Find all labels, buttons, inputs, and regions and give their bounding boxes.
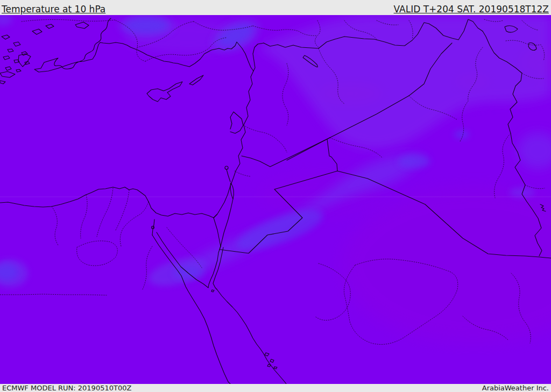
valid-time-label: VALID T+204 SAT. 20190518T12Z bbox=[394, 4, 549, 15]
header-bar: Temperature at 10 hPa VALID T+204 SAT. 2… bbox=[0, 0, 551, 15]
temperature-map-canvas bbox=[0, 15, 551, 384]
weather-chart-window: { "header": { "title": "Temperature at 1… bbox=[0, 0, 551, 392]
branding-label: ArabiaWeather Inc. bbox=[482, 384, 549, 392]
page-title: Temperature at 10 hPa bbox=[2, 4, 105, 15]
footer-bar: ECMWF MODEL RUN: 20190510T00Z ArabiaWeat… bbox=[0, 384, 551, 392]
weather-map bbox=[0, 15, 551, 384]
model-run-label: ECMWF MODEL RUN: 20190510T00Z bbox=[2, 384, 131, 392]
